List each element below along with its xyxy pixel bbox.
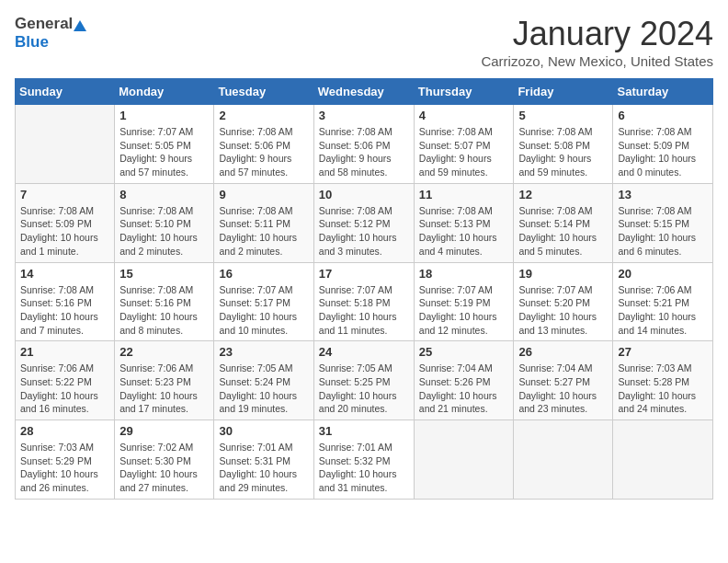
- calendar-cell: 11Sunrise: 7:08 AMSunset: 5:13 PMDayligh…: [414, 183, 514, 262]
- day-info: Sunrise: 7:02 AMSunset: 5:30 PMDaylight:…: [119, 441, 209, 495]
- day-info: Sunrise: 7:08 AMSunset: 5:13 PMDaylight:…: [419, 204, 509, 259]
- day-number: 14: [20, 267, 109, 281]
- calendar-cell: 26Sunrise: 7:04 AMSunset: 5:27 PMDayligh…: [514, 341, 613, 420]
- day-info: Sunrise: 7:08 AMSunset: 5:07 PMDaylight:…: [419, 125, 509, 179]
- day-number: 9: [219, 188, 308, 201]
- day-info: Sunrise: 7:05 AMSunset: 5:25 PMDaylight:…: [319, 362, 409, 416]
- calendar-cell: 3Sunrise: 7:08 AMSunset: 5:06 PMDaylight…: [313, 105, 414, 184]
- day-header-tuesday: Tuesday: [214, 79, 313, 105]
- calendar-cell: [514, 420, 613, 500]
- calendar-cell: 25Sunrise: 7:04 AMSunset: 5:26 PMDayligh…: [414, 341, 514, 420]
- calendar-cell: [16, 105, 115, 184]
- calendar-cell: 14Sunrise: 7:08 AMSunset: 5:16 PMDayligh…: [16, 262, 115, 341]
- day-number: 1: [119, 109, 209, 122]
- day-header-thursday: Thursday: [414, 79, 514, 105]
- day-info: Sunrise: 7:06 AMSunset: 5:21 PMDaylight:…: [618, 283, 708, 338]
- calendar-cell: 28Sunrise: 7:03 AMSunset: 5:29 PMDayligh…: [16, 420, 115, 500]
- day-info: Sunrise: 7:08 AMSunset: 5:09 PMDaylight:…: [618, 125, 708, 179]
- day-info: Sunrise: 7:08 AMSunset: 5:14 PMDaylight:…: [518, 204, 608, 259]
- calendar-cell: 6Sunrise: 7:08 AMSunset: 5:09 PMDaylight…: [613, 105, 713, 184]
- calendar-week-row: 14Sunrise: 7:08 AMSunset: 5:16 PMDayligh…: [16, 262, 713, 341]
- day-info: Sunrise: 7:06 AMSunset: 5:23 PMDaylight:…: [119, 362, 209, 416]
- calendar-cell: 22Sunrise: 7:06 AMSunset: 5:23 PMDayligh…: [115, 341, 214, 420]
- page-container: General Blue January 2024 Carrizozo, New…: [15, 15, 713, 500]
- calendar-cell: 18Sunrise: 7:07 AMSunset: 5:19 PMDayligh…: [414, 262, 514, 341]
- day-number: 31: [319, 424, 409, 438]
- day-number: 4: [419, 109, 509, 122]
- day-number: 8: [119, 188, 209, 201]
- day-info: Sunrise: 7:07 AMSunset: 5:17 PMDaylight:…: [219, 283, 308, 338]
- calendar-cell: 27Sunrise: 7:03 AMSunset: 5:28 PMDayligh…: [613, 341, 713, 420]
- day-info: Sunrise: 7:01 AMSunset: 5:32 PMDaylight:…: [319, 441, 409, 495]
- day-number: 12: [518, 188, 608, 201]
- calendar-cell: 21Sunrise: 7:06 AMSunset: 5:22 PMDayligh…: [16, 341, 115, 420]
- day-info: Sunrise: 7:07 AMSunset: 5:20 PMDaylight:…: [518, 283, 608, 338]
- day-info: Sunrise: 7:08 AMSunset: 5:11 PMDaylight:…: [219, 204, 308, 259]
- day-info: Sunrise: 7:08 AMSunset: 5:15 PMDaylight:…: [618, 204, 708, 259]
- day-info: Sunrise: 7:08 AMSunset: 5:12 PMDaylight:…: [319, 204, 409, 259]
- day-number: 17: [319, 267, 409, 281]
- logo-general: General: [15, 15, 73, 33]
- day-info: Sunrise: 7:07 AMSunset: 5:19 PMDaylight:…: [419, 283, 509, 338]
- day-info: Sunrise: 7:05 AMSunset: 5:24 PMDaylight:…: [219, 362, 308, 416]
- calendar-cell: 5Sunrise: 7:08 AMSunset: 5:08 PMDaylight…: [514, 105, 613, 184]
- day-number: 30: [219, 424, 308, 438]
- day-info: Sunrise: 7:07 AMSunset: 5:05 PMDaylight:…: [119, 125, 209, 179]
- day-header-wednesday: Wednesday: [313, 79, 414, 105]
- day-number: 3: [319, 109, 409, 122]
- calendar-cell: 16Sunrise: 7:07 AMSunset: 5:17 PMDayligh…: [214, 262, 313, 341]
- calendar-cell: 12Sunrise: 7:08 AMSunset: 5:14 PMDayligh…: [514, 183, 613, 262]
- day-info: Sunrise: 7:04 AMSunset: 5:26 PMDaylight:…: [419, 362, 509, 416]
- day-number: 20: [618, 267, 708, 281]
- day-number: 23: [219, 345, 308, 359]
- day-number: 26: [518, 345, 608, 359]
- day-info: Sunrise: 7:01 AMSunset: 5:31 PMDaylight:…: [219, 441, 308, 495]
- calendar-week-row: 1Sunrise: 7:07 AMSunset: 5:05 PMDaylight…: [16, 105, 713, 184]
- day-number: 28: [20, 424, 109, 438]
- location-title: Carrizozo, New Mexico, United States: [481, 53, 713, 69]
- calendar-cell: 19Sunrise: 7:07 AMSunset: 5:20 PMDayligh…: [514, 262, 613, 341]
- calendar-week-row: 7Sunrise: 7:08 AMSunset: 5:09 PMDaylight…: [16, 183, 713, 262]
- day-info: Sunrise: 7:08 AMSunset: 5:08 PMDaylight:…: [518, 125, 608, 179]
- calendar-cell: 10Sunrise: 7:08 AMSunset: 5:12 PMDayligh…: [313, 183, 414, 262]
- day-number: 25: [419, 345, 509, 359]
- calendar-header-row: SundayMondayTuesdayWednesdayThursdayFrid…: [16, 79, 713, 105]
- calendar-cell: 29Sunrise: 7:02 AMSunset: 5:30 PMDayligh…: [115, 420, 214, 500]
- calendar-cell: 13Sunrise: 7:08 AMSunset: 5:15 PMDayligh…: [613, 183, 713, 262]
- day-number: 10: [319, 188, 409, 201]
- calendar-cell: [414, 420, 514, 500]
- day-info: Sunrise: 7:07 AMSunset: 5:18 PMDaylight:…: [319, 283, 409, 338]
- day-info: Sunrise: 7:08 AMSunset: 5:10 PMDaylight:…: [119, 204, 209, 259]
- day-header-saturday: Saturday: [613, 79, 713, 105]
- calendar-cell: 2Sunrise: 7:08 AMSunset: 5:06 PMDaylight…: [214, 105, 313, 184]
- logo-blue: Blue: [15, 33, 49, 51]
- logo-triangle-icon: [74, 20, 86, 31]
- day-info: Sunrise: 7:03 AMSunset: 5:28 PMDaylight:…: [618, 362, 708, 416]
- calendar-cell: 1Sunrise: 7:07 AMSunset: 5:05 PMDaylight…: [115, 105, 214, 184]
- calendar-cell: 15Sunrise: 7:08 AMSunset: 5:16 PMDayligh…: [115, 262, 214, 341]
- day-number: 2: [219, 109, 308, 122]
- calendar-cell: 20Sunrise: 7:06 AMSunset: 5:21 PMDayligh…: [613, 262, 713, 341]
- calendar-cell: 31Sunrise: 7:01 AMSunset: 5:32 PMDayligh…: [313, 420, 414, 500]
- day-number: 16: [219, 267, 308, 281]
- day-info: Sunrise: 7:06 AMSunset: 5:22 PMDaylight:…: [20, 362, 109, 416]
- header-area: General Blue January 2024 Carrizozo, New…: [15, 15, 713, 69]
- day-number: 18: [419, 267, 509, 281]
- calendar-cell: 7Sunrise: 7:08 AMSunset: 5:09 PMDaylight…: [16, 183, 115, 262]
- calendar-week-row: 21Sunrise: 7:06 AMSunset: 5:22 PMDayligh…: [16, 341, 713, 420]
- day-info: Sunrise: 7:08 AMSunset: 5:06 PMDaylight:…: [219, 125, 308, 179]
- day-number: 22: [119, 345, 209, 359]
- day-header-friday: Friday: [514, 79, 613, 105]
- calendar-cell: [613, 420, 713, 500]
- day-info: Sunrise: 7:03 AMSunset: 5:29 PMDaylight:…: [20, 441, 109, 495]
- calendar-cell: 17Sunrise: 7:07 AMSunset: 5:18 PMDayligh…: [313, 262, 414, 341]
- logo: General Blue: [15, 15, 86, 52]
- day-number: 13: [618, 188, 708, 201]
- calendar-table: SundayMondayTuesdayWednesdayThursdayFrid…: [15, 78, 713, 500]
- day-info: Sunrise: 7:08 AMSunset: 5:06 PMDaylight:…: [319, 125, 409, 179]
- calendar-week-row: 28Sunrise: 7:03 AMSunset: 5:29 PMDayligh…: [16, 420, 713, 500]
- day-number: 15: [119, 267, 209, 281]
- calendar-cell: 30Sunrise: 7:01 AMSunset: 5:31 PMDayligh…: [214, 420, 313, 500]
- title-area: January 2024 Carrizozo, New Mexico, Unit…: [481, 15, 713, 69]
- day-number: 21: [20, 345, 109, 359]
